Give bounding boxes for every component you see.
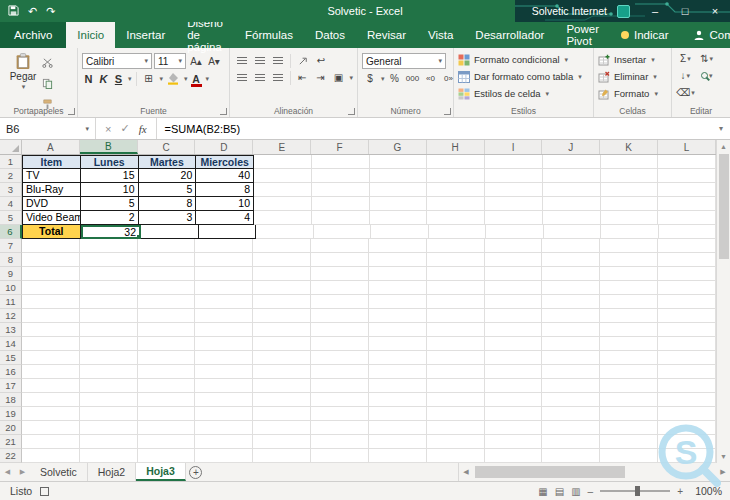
cell-E19[interactable] bbox=[253, 407, 311, 421]
row-header-6[interactable]: 6 bbox=[0, 225, 22, 239]
cell-L11[interactable] bbox=[658, 295, 716, 309]
cell-G15[interactable] bbox=[369, 351, 427, 365]
scroll-down-icon[interactable]: ▼ bbox=[717, 450, 730, 463]
cell-E22[interactable] bbox=[253, 449, 311, 463]
cell-I4[interactable] bbox=[485, 197, 543, 211]
cell-I20[interactable] bbox=[485, 421, 543, 435]
sheet-nav-right-icon[interactable]: ▶ bbox=[15, 463, 30, 481]
row-header-15[interactable]: 15 bbox=[0, 351, 22, 365]
cell-D22[interactable] bbox=[195, 449, 253, 463]
dialog-launcher-icon[interactable] bbox=[444, 108, 451, 115]
cell-H13[interactable] bbox=[427, 323, 485, 337]
cell-J1[interactable] bbox=[543, 155, 601, 169]
cell-H8[interactable] bbox=[427, 253, 485, 267]
cell-D6[interactable] bbox=[199, 225, 257, 239]
cell-B21[interactable] bbox=[80, 435, 138, 449]
cell-E17[interactable] bbox=[253, 379, 311, 393]
column-header-I[interactable]: I bbox=[485, 140, 543, 154]
cell-I7[interactable] bbox=[485, 239, 543, 253]
cell-G20[interactable] bbox=[369, 421, 427, 435]
cell-G17[interactable] bbox=[369, 379, 427, 393]
cell-G6[interactable] bbox=[371, 225, 429, 239]
tab-archivo[interactable]: Archivo bbox=[0, 22, 66, 48]
cell-C13[interactable] bbox=[138, 323, 196, 337]
tab-insertar[interactable]: Insertar bbox=[115, 22, 176, 48]
cell-F15[interactable] bbox=[311, 351, 369, 365]
cell-E16[interactable] bbox=[253, 365, 311, 379]
sheet-tab-hoja3[interactable]: Hoja3 bbox=[136, 463, 186, 481]
cell-styles-button[interactable]: Estilos de celda▾ bbox=[458, 85, 589, 102]
cell-I16[interactable] bbox=[485, 365, 543, 379]
cell-D17[interactable] bbox=[195, 379, 253, 393]
cell-G10[interactable] bbox=[369, 281, 427, 295]
cell-D11[interactable] bbox=[195, 295, 253, 309]
cell-C10[interactable] bbox=[138, 281, 196, 295]
cell-A1[interactable]: Item bbox=[22, 155, 81, 169]
row-header-12[interactable]: 12 bbox=[0, 309, 22, 323]
cell-D16[interactable] bbox=[195, 365, 253, 379]
cell-L4[interactable] bbox=[658, 197, 716, 211]
cell-J6[interactable] bbox=[544, 225, 602, 239]
dialog-launcher-icon[interactable] bbox=[348, 108, 355, 115]
cell-F22[interactable] bbox=[311, 449, 369, 463]
cell-F8[interactable] bbox=[311, 253, 369, 267]
cell-G11[interactable] bbox=[369, 295, 427, 309]
cell-G2[interactable] bbox=[370, 169, 428, 183]
cell-A13[interactable] bbox=[22, 323, 80, 337]
orientation-icon[interactable] bbox=[295, 53, 311, 68]
align-top-icon[interactable] bbox=[234, 53, 250, 68]
cell-K1[interactable] bbox=[601, 155, 659, 169]
cell-L3[interactable] bbox=[658, 183, 716, 197]
cell-B14[interactable] bbox=[80, 337, 138, 351]
percent-icon[interactable]: % bbox=[387, 71, 403, 86]
cell-C19[interactable] bbox=[138, 407, 196, 421]
cell-K3[interactable] bbox=[601, 183, 659, 197]
cell-F16[interactable] bbox=[311, 365, 369, 379]
cell-E20[interactable] bbox=[253, 421, 311, 435]
cell-J10[interactable] bbox=[542, 281, 600, 295]
cell-H19[interactable] bbox=[427, 407, 485, 421]
cell-H10[interactable] bbox=[427, 281, 485, 295]
dialog-launcher-icon[interactable] bbox=[220, 108, 227, 115]
underline-button[interactable]: S bbox=[112, 73, 125, 85]
cancel-formula-icon[interactable]: × bbox=[105, 123, 111, 135]
save-icon[interactable] bbox=[8, 5, 19, 18]
cell-G14[interactable] bbox=[369, 337, 427, 351]
wrap-text-icon[interactable]: ↩ bbox=[313, 53, 329, 68]
cell-F2[interactable] bbox=[312, 169, 370, 183]
cell-C12[interactable] bbox=[138, 309, 196, 323]
row-header-2[interactable]: 2 bbox=[0, 169, 22, 183]
cell-F17[interactable] bbox=[311, 379, 369, 393]
cell-C4[interactable]: 8 bbox=[139, 197, 197, 211]
column-header-C[interactable]: C bbox=[138, 140, 196, 154]
format-as-table-button[interactable]: Dar formato como tabla▾ bbox=[458, 68, 589, 85]
cell-B19[interactable] bbox=[80, 407, 138, 421]
cell-I11[interactable] bbox=[485, 295, 543, 309]
cell-G7[interactable] bbox=[369, 239, 427, 253]
column-header-G[interactable]: G bbox=[369, 140, 427, 154]
column-header-B[interactable]: B bbox=[80, 140, 138, 154]
cell-L19[interactable] bbox=[658, 407, 716, 421]
cell-H14[interactable] bbox=[427, 337, 485, 351]
cell-L22[interactable] bbox=[658, 449, 716, 463]
cell-A14[interactable] bbox=[22, 337, 80, 351]
sheet-tab-solvetic[interactable]: Solvetic bbox=[30, 463, 88, 481]
cell-I6[interactable] bbox=[486, 225, 544, 239]
align-right-icon[interactable] bbox=[270, 70, 286, 85]
row-header-1[interactable]: 1 bbox=[0, 155, 22, 169]
align-middle-icon[interactable] bbox=[252, 53, 268, 68]
cell-E18[interactable] bbox=[253, 393, 311, 407]
cell-C7[interactable] bbox=[138, 239, 196, 253]
cell-F20[interactable] bbox=[311, 421, 369, 435]
cell-A7[interactable] bbox=[22, 239, 80, 253]
cell-B4[interactable]: 5 bbox=[81, 197, 139, 211]
row-header-8[interactable]: 8 bbox=[0, 253, 22, 267]
merge-center-icon[interactable]: ▣ bbox=[330, 70, 346, 85]
view-page-layout-icon[interactable]: ▤ bbox=[555, 486, 564, 497]
expand-formula-bar-icon[interactable]: ▾ bbox=[712, 124, 730, 133]
bold-button[interactable]: N bbox=[82, 73, 95, 85]
cell-C11[interactable] bbox=[138, 295, 196, 309]
cell-H9[interactable] bbox=[427, 267, 485, 281]
cell-E14[interactable] bbox=[253, 337, 311, 351]
cell-H1[interactable] bbox=[427, 155, 485, 169]
